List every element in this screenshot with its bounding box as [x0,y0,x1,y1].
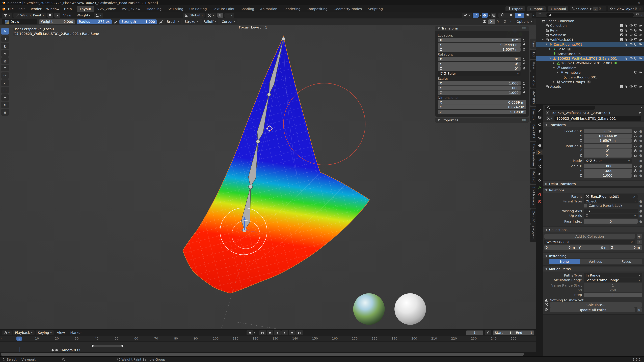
collection-name-field[interactable]: WolfMask.001× [544,240,635,244]
instancing-faces[interactable]: Faces [611,259,642,264]
shading-wireframe[interactable] [498,13,507,18]
workspace-tab[interactable]: UV Editing [186,6,210,12]
start-frame-field[interactable]: Start1 [493,330,514,335]
sidebar-tab[interactable]: MACHIN3 [530,88,536,106]
instancing-panel-header[interactable]: ▼Instancing∷∷ [543,253,644,258]
expander-icon[interactable]: ▼ [556,71,559,74]
shading-dropdown[interactable]: ▾ [533,14,534,16]
up-axis-dropdown[interactable]: Z▾ [584,214,638,218]
pointer-icon[interactable] [624,57,628,60]
rotation-mode-dropdown[interactable]: XYZ Euler▾ [438,71,520,76]
sidebar-tab[interactable]: polygoniq [530,224,536,242]
camera-icon[interactable] [639,24,642,27]
outliner-row[interactable]: ▶ 100623_WolfMask.ST01_2.001 [536,61,644,65]
next-keyframe-button[interactable] [289,330,295,335]
jump-to-end-button[interactable] [296,330,303,335]
lock-icon[interactable] [522,57,526,61]
toolbar-tool-button[interactable]: ⊙ [1,65,9,71]
end-frame-field[interactable]: End1 [514,330,534,335]
outliner-row[interactable]: ▼ Ears.Rigging.001 [536,42,644,46]
workspace-tab[interactable]: Animation [257,6,280,12]
workspace-tab[interactable]: VVS_2View [94,6,119,12]
vertex-mask-toggle[interactable] [54,13,60,18]
properties-tab[interactable] [536,199,543,204]
view-menu[interactable]: View [62,13,73,18]
outliner-row[interactable]: ▶ Pose 4 [536,46,644,51]
rotation-mode-dropdown-props[interactable]: XYZ Euler▾ [584,159,632,163]
sidebar-tab[interactable]: Sanctus [530,106,536,122]
lock-icon[interactable] [522,67,526,70]
show-gizmo-toggle[interactable] [473,13,479,18]
blender-menu-icon[interactable] [1,6,6,11]
check-icon[interactable] [620,85,624,88]
workspace-tab[interactable]: Compositing [304,6,330,12]
toolbar-tool-button[interactable]: ✛ [1,94,9,101]
keyframe-diamond[interactable] [121,344,124,348]
keying-menu[interactable]: Keying▾ [36,330,54,335]
expander-icon[interactable]: ▶ [552,80,556,83]
instancing-vertices[interactable]: Vertices [580,259,611,264]
workspace-tab[interactable]: Modeling [143,6,164,12]
timeline-channels[interactable]: Camera.033 [0,342,536,352]
check-icon[interactable] [620,38,624,41]
calculate-button[interactable]: Calculate... [550,302,642,307]
auto-keyframe-button[interactable] [246,330,253,335]
weights-menu[interactable]: Weights [75,13,92,18]
manual-button[interactable]: ↓Manual [548,6,568,11]
cursor-popover[interactable]: Cursor▾ [220,19,237,24]
timeline-scrollbar[interactable] [0,352,536,356]
shading-rendered[interactable] [524,13,532,18]
offset-y-field[interactable]: Y0 m [577,245,610,250]
radius-pressure-icon[interactable] [113,19,118,24]
pointer-icon[interactable] [624,33,628,36]
strength-pressure-icon[interactable] [159,19,163,24]
eye-icon[interactable] [629,38,633,41]
previous-keyframe-button[interactable] [266,330,273,335]
camera-icon[interactable] [639,28,642,32]
shading-solid[interactable] [507,13,515,18]
properties-search-input[interactable] [545,105,595,109]
toolbar-tool-button[interactable]: ▭ [1,87,9,93]
timeline-ruler[interactable]: › 10203040506070809010011012013014015016… [0,336,536,342]
prop-scale-x[interactable]: 1.000 [584,164,632,168]
eye-icon[interactable] [629,28,633,32]
parent-type-dropdown[interactable]: Object▾ [584,199,638,203]
outliner-row[interactable]: ▶ Vertex Groups 5 [536,79,644,84]
monitor-icon[interactable] [634,24,638,27]
outliner-filter-dropdown[interactable]: ▾ [641,13,642,16]
new-viewlayer-icon[interactable]: ⧉ [635,7,637,11]
toolbar-tool-button[interactable]: ✎ [1,28,9,34]
check-icon[interactable] [620,33,624,36]
instancing-none[interactable]: None [549,259,580,264]
properties-tab[interactable] [536,164,543,169]
close-button[interactable]: × [636,1,642,4]
timeline-editor-selector[interactable]: ▾ [2,330,12,335]
scale-x-field[interactable]: X1.000 [438,81,520,85]
workspace-tab[interactable]: Texture Paint [210,6,238,12]
brush-popover[interactable]: Brush▾ [165,19,181,24]
visibility-popover[interactable]: ▾ [462,13,472,18]
expander-icon[interactable]: ▼ [549,57,552,60]
id-type-icon[interactable]: ▾ [546,116,553,120]
outliner-row[interactable]: WolfMask [536,32,644,37]
sidebar-tab[interactable]: HardOps [530,71,536,88]
properties-tab[interactable] [536,114,543,120]
sidebar-tab[interactable]: Pivot Transform [530,142,536,168]
toolbar-tool-button[interactable]: ∠ [1,79,9,86]
mirror-x[interactable]: X [488,19,495,24]
export-button[interactable]: Export [505,6,525,11]
falloff-popover[interactable]: ▾ [94,13,103,17]
pointer-icon[interactable] [624,38,628,41]
row-restriction-icons[interactable] [634,71,642,74]
prop-scale-z[interactable]: 1.000 [584,173,632,178]
sidebar-tab[interactable]: Easy HDRI [530,122,536,141]
outliner-row[interactable]: ▼ WolfMask.001 [536,37,644,42]
collections-panel-header[interactable]: ▼Collections∷∷ [543,227,644,232]
jump-to-start-button[interactable] [259,330,266,335]
options-popover[interactable]: Options▾ [514,19,534,24]
prop-rotation-z[interactable]: 0° [584,153,632,158]
minimize-button[interactable]: — [624,1,630,4]
sidebar-tab[interactable]: Zen UV [530,209,536,224]
expander-icon[interactable]: ▶ [552,62,556,64]
pin-icon[interactable] [638,111,641,114]
